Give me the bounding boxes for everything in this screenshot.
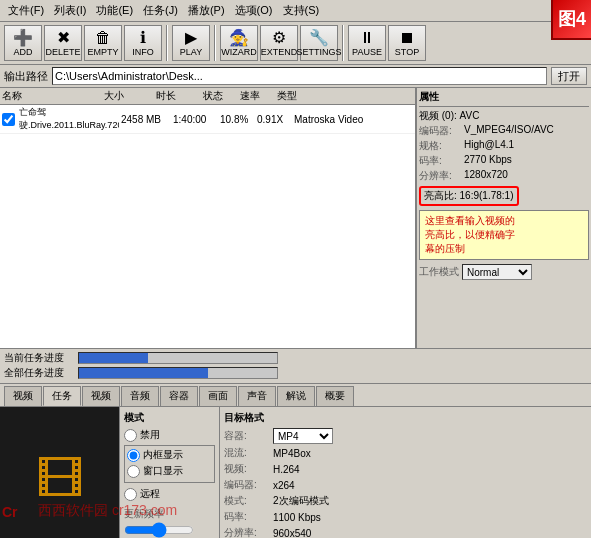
- current-progress-row: 当前任务进度: [4, 351, 587, 365]
- wizard-icon: 🧙: [229, 30, 249, 46]
- tab-subtitle[interactable]: 解说: [277, 386, 315, 406]
- extend-button[interactable]: ⚙ EXTEND: [260, 25, 298, 61]
- tab-task[interactable]: 任务: [43, 386, 81, 406]
- toolbar-sep-3: [342, 25, 344, 61]
- file-size: 2458 MB: [121, 114, 171, 125]
- target-mode-row: 模式: 2次编码模式: [224, 494, 587, 508]
- target-format-panel: 目标格式 容器: MP4 混流: MP4Box 视频: H.264 编码器: x…: [220, 407, 591, 538]
- props-encoder: 编码器: V_MPEG4/ISO/AVC: [419, 124, 589, 138]
- delete-button[interactable]: ✖ DELETE: [44, 25, 82, 61]
- target-resolution-row: 分辨率: 960x540: [224, 526, 587, 538]
- col-header-type: 类型: [277, 89, 357, 103]
- target-encoder-row: 编码器: x264: [224, 478, 587, 492]
- pause-button[interactable]: ⏸ PAUSE: [348, 25, 386, 61]
- props-title: 属性: [419, 90, 589, 107]
- tab-container[interactable]: 容器: [160, 386, 198, 406]
- stop-icon: ⏹: [399, 30, 415, 46]
- total-progress-bar: [78, 367, 278, 379]
- mode-radio-window[interactable]: [127, 465, 140, 478]
- file-list-header: 名称 大小 时长 状态 速率 类型: [0, 88, 415, 105]
- file-list-body: 亡命驾驶.Drive.2011.BluRay.720p.AC3... 2458 …: [0, 105, 415, 348]
- file-panel: 名称 大小 时长 状态 速率 类型 亡命驾驶.Drive.2011.BluRay…: [0, 88, 416, 348]
- current-progress-fill: [79, 353, 148, 363]
- target-mux-row: 混流: MP4Box: [224, 446, 587, 460]
- col-header-time: 时长: [156, 89, 201, 103]
- toolbar-sep-1: [166, 25, 168, 61]
- extend-icon: ⚙: [272, 30, 286, 46]
- target-container-row: 容器: MP4: [224, 428, 587, 444]
- file-type: Matroska Video: [294, 114, 374, 125]
- file-time: 1:40:00: [173, 114, 218, 125]
- main-tabs: 视频 任务 视频 音频 容器 画面 声音 解说 概要: [0, 384, 591, 407]
- tab-video-2[interactable]: 视频: [82, 386, 120, 406]
- menu-support[interactable]: 支持(S): [279, 2, 324, 19]
- toolbar-sep-2: [214, 25, 216, 61]
- work-mode-select[interactable]: Normal: [462, 264, 532, 280]
- col-header-size: 大小: [104, 89, 154, 103]
- mode-radio-inner[interactable]: [127, 449, 140, 462]
- tab-video-1[interactable]: 视频: [4, 386, 42, 406]
- update-slider[interactable]: [124, 523, 194, 537]
- mode-option-remote: 远程: [124, 487, 215, 501]
- watermark-cr: Cr: [2, 504, 18, 520]
- reel-icon: 🎞: [36, 452, 84, 507]
- current-progress-bar: [78, 352, 278, 364]
- tab-summary[interactable]: 概要: [316, 386, 354, 406]
- info-button[interactable]: ℹ INFO: [124, 25, 162, 61]
- empty-button[interactable]: 🗑 EMPTY: [84, 25, 122, 61]
- table-row[interactable]: 亡命驾驶.Drive.2011.BluRay.720p.AC3... 2458 …: [0, 105, 415, 134]
- main-area: 名称 大小 时长 状态 速率 类型 亡命驾驶.Drive.2011.BluRay…: [0, 88, 591, 348]
- props-resolution: 分辨率: 1280x720: [419, 169, 589, 183]
- add-button[interactable]: ➕ ADD: [4, 25, 42, 61]
- stop-button[interactable]: ⏹ STOP: [388, 25, 426, 61]
- mode-option-1: 禁用: [124, 428, 215, 442]
- info-icon: ℹ: [140, 30, 146, 46]
- menu-options[interactable]: 选项(O): [231, 2, 277, 19]
- mode-option-3: 窗口显示: [127, 464, 212, 478]
- mode-group: 内框显示 窗口显示: [124, 445, 215, 483]
- file-name: 亡命驾驶.Drive.2011.BluRay.720p.AC3...: [19, 106, 119, 132]
- file-status: 10.8%: [220, 114, 255, 125]
- wizard-button[interactable]: 🧙 WIZARD: [220, 25, 258, 61]
- output-row: 输出路径 打开: [0, 65, 591, 88]
- col-header-status: 状态: [203, 89, 238, 103]
- total-progress-row: 全部任务进度: [4, 366, 587, 380]
- output-label: 输出路径: [4, 69, 48, 84]
- open-button[interactable]: 打开: [551, 67, 587, 85]
- col-header-name: 名称: [2, 89, 102, 103]
- props-profile: 规格: High@L4.1: [419, 139, 589, 153]
- menu-file[interactable]: 文件(F): [4, 2, 48, 19]
- props-bitrate: 码率: 2770 Kbps: [419, 154, 589, 168]
- mode-radio-remote[interactable]: [124, 488, 137, 501]
- progress-area: 当前任务进度 全部任务进度: [0, 348, 591, 384]
- tooltip-box: 这里查看输入视频的亮高比，以便精确字幕的压制: [419, 210, 589, 260]
- delete-icon: ✖: [57, 30, 70, 46]
- play-button[interactable]: ▶ PLAY: [172, 25, 210, 61]
- file-checkbox[interactable]: [2, 113, 15, 126]
- work-mode-row: 工作模式 Normal: [419, 264, 589, 280]
- menu-func[interactable]: 功能(E): [92, 2, 137, 19]
- settings-button[interactable]: 🔧 SETTINGS: [300, 25, 338, 61]
- output-path-input[interactable]: [52, 67, 547, 85]
- pause-icon: ⏸: [359, 30, 375, 46]
- toolbar: ➕ ADD ✖ DELETE 🗑 EMPTY ℹ INFO ▶ PLAY 🧙 W…: [0, 22, 591, 65]
- menu-task[interactable]: 任务(J): [139, 2, 182, 19]
- properties-panel: 属性 视频 (0): AVC 编码器: V_MPEG4/ISO/AVC 规格: …: [416, 88, 591, 348]
- watermark-text: 西西软件园 cr173.com: [38, 502, 177, 520]
- total-progress-fill: [79, 368, 208, 378]
- menubar: 文件(F) 列表(I) 功能(E) 任务(J) 播放(P) 选项(O) 支持(S…: [0, 0, 591, 22]
- container-select[interactable]: MP4: [273, 428, 333, 444]
- tab-picture[interactable]: 画面: [199, 386, 237, 406]
- settings-icon: 🔧: [309, 30, 329, 46]
- add-icon: ➕: [13, 30, 33, 46]
- target-bitrate-row: 码率: 1100 Kbps: [224, 510, 587, 524]
- play-icon: ▶: [185, 30, 197, 46]
- menu-list[interactable]: 列表(I): [50, 2, 90, 19]
- menu-play[interactable]: 播放(P): [184, 2, 229, 19]
- logo-badge: 图4: [551, 0, 591, 40]
- mode-radio-disabled[interactable]: [124, 429, 137, 442]
- mode-title: 模式: [124, 411, 215, 425]
- tab-sound[interactable]: 声音: [238, 386, 276, 406]
- target-video-row: 视频: H.264: [224, 462, 587, 476]
- tab-audio[interactable]: 音频: [121, 386, 159, 406]
